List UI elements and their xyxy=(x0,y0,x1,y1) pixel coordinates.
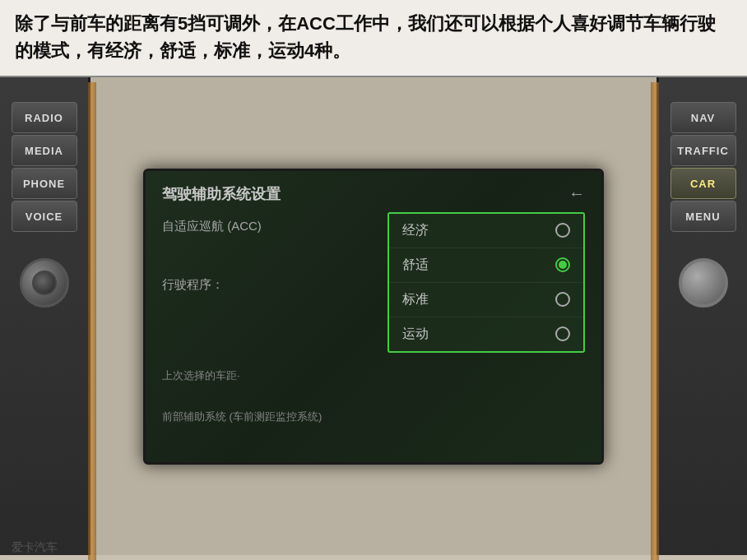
top-text: 除了与前车的距离有5挡可调外，在ACC工作中，我们还可以根据个人喜好调节车辆行驶… xyxy=(15,10,732,64)
option-standard-label: 标准 xyxy=(402,291,429,308)
option-comfort-radio[interactable] xyxy=(555,257,570,272)
option-sport-label: 运动 xyxy=(402,326,429,343)
option-economy-radio[interactable] xyxy=(555,223,570,238)
menu-button[interactable]: MENU xyxy=(670,201,736,232)
wood-trim-left xyxy=(88,82,96,560)
screen-inner: 驾驶辅助系统设置 ← 自适应巡航 (ACC) 行驶程序： 上次选择的车距· 前部… xyxy=(146,171,601,462)
front-assist-label: 前部辅助系统 (车前测距监控系统) xyxy=(162,405,585,429)
option-comfort[interactable]: 舒适 xyxy=(389,248,583,283)
car-button[interactable]: CAR xyxy=(670,168,736,199)
center-area: 驾驶辅助系统设置 ← 自适应巡航 (ACC) 行驶程序： 上次选择的车距· 前部… xyxy=(90,77,657,555)
voice-button[interactable]: VOICE xyxy=(12,201,77,232)
right-panel: NAV TRAFFIC CAR MENU xyxy=(657,77,747,555)
option-comfort-label: 舒适 xyxy=(402,257,429,274)
traffic-button[interactable]: TRAFFIC xyxy=(670,135,736,166)
distance-label: 上次选择的车距· xyxy=(162,363,585,388)
left-panel: RADIO MEDIA PHONE VOICE xyxy=(0,77,90,555)
left-knob-inner xyxy=(32,271,57,295)
media-button[interactable]: MEDIA xyxy=(12,135,77,166)
option-sport[interactable]: 运动 xyxy=(389,317,583,351)
phone-button[interactable]: PHONE xyxy=(12,168,77,199)
infotainment-screen: 驾驶辅助系统设置 ← 自适应巡航 (ACC) 行驶程序： 上次选择的车距· 前部… xyxy=(143,169,604,465)
radio-button[interactable]: RADIO xyxy=(12,102,77,133)
option-standard[interactable]: 标准 xyxy=(389,283,583,317)
options-panel: 经济 舒适 标准 运动 xyxy=(387,212,585,353)
back-arrow-button[interactable]: ← xyxy=(568,184,585,203)
nav-button[interactable]: NAV xyxy=(670,102,736,133)
option-standard-radio[interactable] xyxy=(555,292,570,307)
left-knob[interactable] xyxy=(20,258,69,308)
top-text-area: 除了与前车的距离有5挡可调外，在ACC工作中，我们还可以根据个人喜好调节车辆行驶… xyxy=(0,0,747,77)
right-knob[interactable] xyxy=(679,258,728,308)
option-sport-radio[interactable] xyxy=(555,326,570,341)
radio-dot-selected xyxy=(559,261,567,269)
option-economy-label: 经济 xyxy=(402,222,429,239)
wood-trim-right xyxy=(651,82,659,560)
screen-title: 驾驶辅助系统设置 xyxy=(162,184,585,204)
option-economy[interactable]: 经济 xyxy=(389,214,583,248)
main-content: RADIO MEDIA PHONE VOICE 驾驶辅助系统设置 ← 自适应巡航… xyxy=(0,77,747,555)
watermark: 爱卡汽车 xyxy=(12,540,58,555)
